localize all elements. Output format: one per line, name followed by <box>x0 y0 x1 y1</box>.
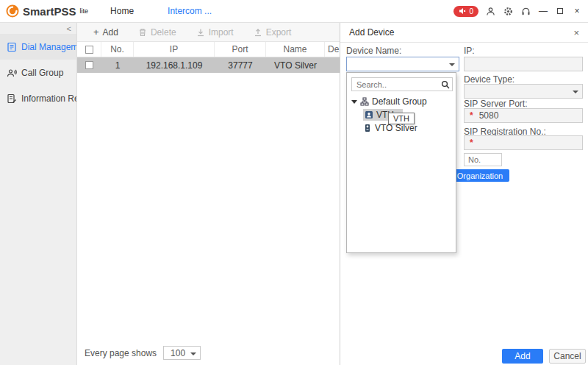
sidebar-item-call-group[interactable]: Call Group <box>0 60 76 85</box>
tab-intercom[interactable]: Intercom ... <box>168 6 212 16</box>
device-name-dropdown: Default Group VTH VTO Silver VTH <box>346 72 456 253</box>
pagination: Every page shows 100 <box>85 346 201 360</box>
sidebar-item-label: Information Rele... <box>21 93 76 104</box>
sip-registration-input[interactable]: * <box>464 135 583 150</box>
gear-icon[interactable] <box>503 6 514 17</box>
alarm-count: 0 <box>469 7 473 15</box>
main-tabs: Home Intercom ... <box>110 6 212 16</box>
export-icon <box>254 28 262 37</box>
page-size-value: 100 <box>171 348 185 358</box>
row-name: VTO Silver <box>266 57 325 73</box>
sidebar-menu: Dial Management Call Group Information R… <box>0 23 76 111</box>
device-name-label: Device Name: <box>346 46 401 56</box>
page-size-select[interactable]: 100 <box>163 346 201 360</box>
plus-icon: + <box>93 29 99 36</box>
tree-item-label: VTO Silver <box>375 123 417 133</box>
sidebar-collapse-button[interactable]: < <box>67 24 71 33</box>
add-device-panel: Add Device × Device Name: IP: Device Typ… <box>340 23 588 365</box>
header-ip: IP <box>134 42 215 57</box>
app-logo: SmartPSS lite <box>0 4 88 18</box>
header-checkbox-cell <box>77 42 101 57</box>
organization-icon <box>360 97 369 106</box>
dial-management-icon <box>7 42 17 52</box>
search-icon[interactable] <box>441 80 450 89</box>
close-button[interactable]: × <box>572 6 582 17</box>
add-device-form: Device Name: IP: Device Type: SIP Server… <box>340 43 588 365</box>
organization-button[interactable]: Organization <box>451 169 509 182</box>
ip-label: IP: <box>464 46 475 56</box>
tree-group-label: Default Group <box>372 96 427 107</box>
sidebar-item-label: Call Group <box>21 68 63 78</box>
vto-device-icon <box>363 124 372 132</box>
titlebar: SmartPSS lite Home Intercom ... 0 — <box>0 0 588 23</box>
header-no: No. <box>101 42 134 57</box>
required-mark: * <box>470 110 473 121</box>
vth-device-icon <box>365 110 373 119</box>
chevron-down-icon <box>573 91 578 93</box>
maximize-button[interactable] <box>555 6 565 17</box>
panel-close-icon[interactable]: × <box>573 27 579 38</box>
sip-server-port-value: 5080 <box>479 110 499 121</box>
device-type-select[interactable] <box>464 84 583 99</box>
speaker-muted-icon <box>459 7 466 15</box>
app-name-suffix: lite <box>80 7 89 15</box>
sip-server-port-label: SIP Server Port: <box>464 99 527 109</box>
select-all-checkbox[interactable] <box>85 46 93 54</box>
export-button[interactable]: Export <box>254 27 292 38</box>
panel-title: Add Device <box>349 27 394 38</box>
smartpss-lite-window: SmartPSS lite Home Intercom ... 0 — <box>0 0 588 365</box>
row-checkbox[interactable] <box>85 61 93 69</box>
call-group-icon <box>7 68 17 78</box>
add-device-header: Add Device × <box>340 23 588 43</box>
titlebar-actions: 0 — × <box>453 6 588 17</box>
app-logo-icon <box>6 4 19 18</box>
page-size-label: Every page shows <box>85 348 157 358</box>
alarm-badge[interactable]: 0 <box>453 6 478 17</box>
tab-home[interactable]: Home <box>110 6 134 16</box>
header-port: Port <box>215 42 266 57</box>
device-type-label: Device Type: <box>464 74 514 85</box>
add-device-confirm-button[interactable]: Add <box>502 349 543 364</box>
app-name: SmartPSS <box>23 5 76 18</box>
header-name: Name <box>266 42 325 57</box>
row-ip: 192.168.1.109 <box>134 57 215 73</box>
import-button[interactable]: Import <box>196 27 234 38</box>
ip-input[interactable] <box>464 57 583 71</box>
minimize-button[interactable]: — <box>538 6 548 17</box>
chevron-down-icon <box>449 63 455 66</box>
required-mark: * <box>470 138 473 148</box>
tree-group-default[interactable]: Default Group <box>347 95 456 108</box>
sip-server-port-input[interactable]: * 5080 <box>464 108 583 123</box>
import-icon <box>196 28 205 37</box>
headset-icon[interactable] <box>520 6 531 17</box>
delete-button[interactable]: Delete <box>138 27 176 38</box>
sidebar-item-label: Dial Management <box>21 42 76 52</box>
cancel-button[interactable]: Cancel <box>549 349 586 364</box>
trash-icon <box>138 28 147 37</box>
row-port: 37777 <box>215 57 266 73</box>
vth-tooltip: VTH <box>388 113 415 124</box>
row-checkbox-cell <box>77 57 101 73</box>
sidebar-item-dial-management[interactable]: Dial Management <box>0 34 76 60</box>
row-no: 1 <box>101 57 134 73</box>
tree-expander-icon[interactable] <box>351 100 357 104</box>
add-button[interactable]: + Add <box>93 27 118 38</box>
sidebar-item-information-release[interactable]: Information Rele... <box>0 85 76 111</box>
dropdown-search <box>351 77 453 91</box>
sidebar: < Dial Management Call Group Information… <box>0 23 76 365</box>
information-release-icon <box>7 93 17 104</box>
maximize-icon <box>557 8 563 14</box>
no-input[interactable] <box>464 153 502 166</box>
user-icon[interactable] <box>485 6 496 17</box>
search-input[interactable] <box>352 78 452 91</box>
chevron-down-icon <box>190 352 196 355</box>
device-name-combo[interactable] <box>346 57 459 71</box>
